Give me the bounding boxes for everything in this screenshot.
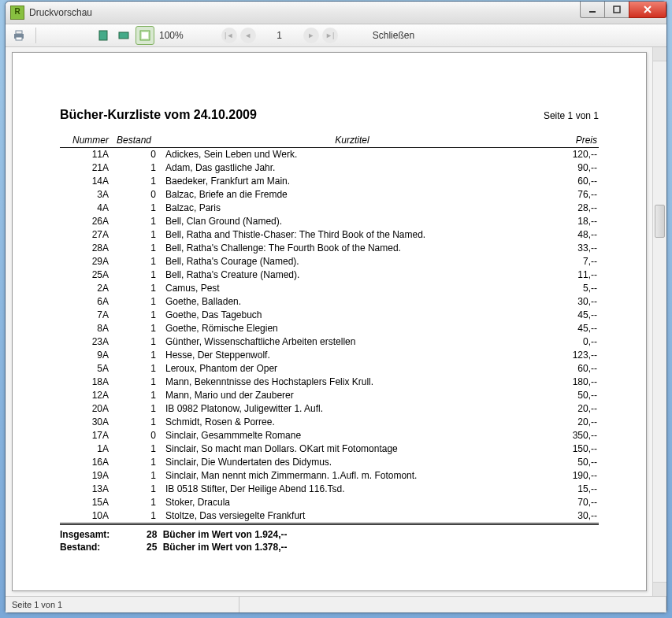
cell-nummer: 10A: [60, 509, 110, 524]
table-row: 11A0Adickes, Sein Leben und Werk.120,--: [60, 148, 599, 162]
cell-bestand: 1: [110, 416, 158, 429]
close-preview-button[interactable]: Schließen: [373, 30, 414, 41]
close-button[interactable]: [629, 2, 666, 18]
next-page-button[interactable]: ►: [303, 28, 319, 43]
minimize-icon: [588, 6, 596, 13]
cell-kurztitel: Balzac, Paris: [158, 202, 540, 215]
cell-bestand: 1: [110, 376, 158, 389]
cell-bestand: 1: [110, 309, 158, 322]
table-row: 21A1Adam, Das gastliche Jahr.90,--: [60, 161, 599, 175]
printer-icon: [13, 29, 25, 42]
cell-preis: 120,--: [540, 148, 599, 162]
cell-bestand: 0: [110, 148, 158, 162]
cell-nummer: 21A: [60, 161, 110, 175]
cell-nummer: 5A: [60, 362, 110, 376]
cell-preis: 70,--: [540, 496, 599, 509]
cell-preis: 18,--: [540, 215, 599, 228]
document-page-info: Seite 1 von 1: [544, 110, 599, 121]
cell-preis: 45,--: [540, 322, 599, 335]
svg-rect-0: [589, 11, 596, 13]
book-list-table: Nummer Bestand Kurztitel Preis 11A0Adick…: [60, 135, 599, 527]
cell-bestand: 1: [110, 175, 158, 188]
cell-preis: 7,--: [540, 255, 599, 268]
cell-kurztitel: Bell, Ratha's Creature (Named).: [158, 268, 540, 282]
cell-kurztitel: Adam, Das gastliche Jahr.: [158, 161, 540, 175]
cell-preis: 45,--: [540, 309, 599, 322]
cell-bestand: 1: [110, 268, 158, 282]
print-button[interactable]: [10, 27, 28, 44]
table-row: 16A1Sinclair, Die Wundertaten des Didymu…: [60, 456, 599, 469]
cell-nummer: 4A: [60, 202, 110, 215]
cell-preis: 20,--: [540, 416, 599, 429]
view-whole-page-button[interactable]: [95, 27, 112, 44]
col-header-kurztitel: Kurztitel: [158, 135, 540, 148]
cell-bestand: 1: [110, 228, 158, 242]
svg-rect-8: [142, 32, 148, 39]
cell-preis: 15,--: [540, 483, 599, 496]
table-row: 5A1Leroux, Phantom der Oper60,--: [60, 362, 599, 376]
cell-bestand: 1: [110, 483, 158, 496]
cell-preis: 33,--: [540, 242, 599, 255]
cell-nummer: 20A: [60, 402, 110, 416]
view-page-width-button[interactable]: [115, 27, 132, 44]
table-row: 10A1Stoltze, Das versiegelte Frankfurt30…: [60, 509, 599, 524]
cell-kurztitel: Bell, Clan Ground (Named).: [158, 215, 540, 228]
table-row: 19A1Sinclair, Man nennt mich Zimmermann.…: [60, 469, 599, 483]
table-row: 7A1Goethe, Das Tagebuch45,--: [60, 309, 599, 322]
statusbar-page-info: Seite 1 von 1: [6, 597, 239, 612]
cell-kurztitel: Schmidt, Rosen & Porree.: [158, 416, 540, 429]
table-row: 8A1Goethe, Römische Elegien45,--: [60, 322, 599, 335]
minimize-button[interactable]: [580, 2, 605, 18]
cell-nummer: 7A: [60, 309, 110, 322]
prev-page-button[interactable]: ◄: [240, 28, 256, 43]
view-100-button[interactable]: [136, 26, 154, 45]
cell-nummer: 16A: [60, 456, 110, 469]
cell-nummer: 1A: [60, 442, 110, 456]
cell-bestand: 1: [110, 202, 158, 215]
cell-nummer: 25A: [60, 268, 110, 282]
current-page-input[interactable]: 1: [264, 30, 295, 41]
cell-preis: 30,--: [540, 509, 599, 524]
table-row: 14A1Baedeker, Frankfurt am Main.60,--: [60, 175, 599, 188]
scroll-thumb[interactable]: [655, 205, 665, 238]
cell-nummer: 23A: [60, 335, 110, 349]
cell-nummer: 3A: [60, 188, 110, 202]
maximize-icon: [613, 6, 621, 13]
table-row: 12A1Mann, Mario und der Zauberer50,--: [60, 389, 599, 402]
zoom-level: 100%: [159, 30, 184, 41]
app-icon: R: [10, 6, 24, 20]
cell-preis: 50,--: [540, 389, 599, 402]
cell-nummer: 14A: [60, 175, 110, 188]
cell-kurztitel: Bell, Ratha's Challenge: The Fourth Book…: [158, 242, 540, 255]
maximize-button[interactable]: [604, 2, 629, 18]
first-page-button[interactable]: |◄: [221, 28, 237, 43]
cell-bestand: 1: [110, 242, 158, 255]
table-row: 29A1Bell, Ratha's Courage (Named).7,--: [60, 255, 599, 268]
vertical-scrollbar[interactable]: [652, 47, 666, 596]
cell-kurztitel: Goethe, Das Tagebuch: [158, 309, 540, 322]
cell-preis: 123,--: [540, 349, 599, 362]
svg-rect-5: [99, 31, 107, 40]
cell-bestand: 1: [110, 442, 158, 456]
cell-nummer: 26A: [60, 215, 110, 228]
last-page-button[interactable]: ►|: [322, 28, 338, 43]
cell-kurztitel: IB 0518 Stifter, Der Heilige Abend 116.T…: [158, 483, 540, 496]
table-row: 23A1Günther, Wissenschaftliche Arbeiten …: [60, 335, 599, 349]
cell-bestand: 1: [110, 469, 158, 483]
cell-kurztitel: Sinclair, Man nennt mich Zimmermann. 1.A…: [158, 469, 540, 483]
close-icon: [643, 6, 652, 13]
cell-kurztitel: Stoker, Dracula: [158, 496, 540, 509]
total-bestand-label: Bestand:: [60, 541, 132, 553]
page-icon: [97, 29, 110, 42]
cell-kurztitel: Goethe, Römische Elegien: [158, 322, 540, 335]
totals-block: Insgesamt: 28 Bücher im Wert von 1.924,-…: [60, 528, 599, 553]
cell-bestand: 1: [110, 349, 158, 362]
table-row: 2A1Camus, Pest5,--: [60, 282, 599, 295]
cell-preis: 5,--: [540, 282, 599, 295]
svg-rect-6: [119, 32, 128, 39]
total-bestand-count: 25: [135, 541, 160, 553]
cell-preis: 190,--: [540, 469, 599, 483]
cell-nummer: 2A: [60, 282, 110, 295]
next-icon: ►: [307, 31, 314, 39]
table-row: 30A1Schmidt, Rosen & Porree.20,--: [60, 416, 599, 429]
